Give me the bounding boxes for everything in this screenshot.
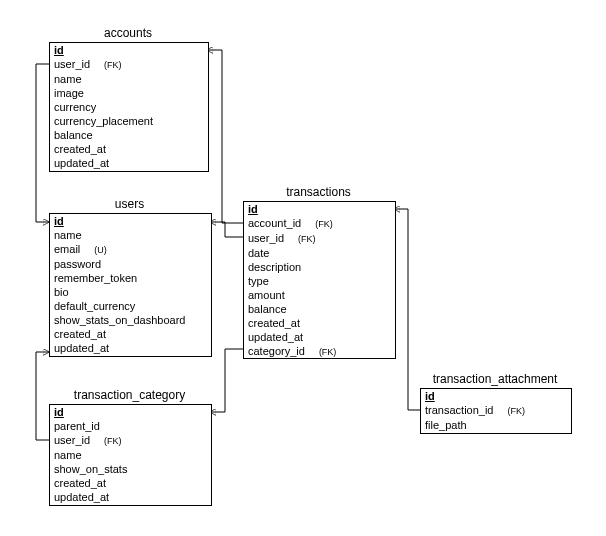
field: bio xyxy=(50,285,211,299)
entity-transactions: id account_id(FK) user_id(FK) date descr… xyxy=(243,201,396,359)
field: name xyxy=(50,448,211,462)
entity-title-transactions: transactions xyxy=(243,185,394,199)
entity-transaction-category: id parent_id user_id(FK) name show_on_st… xyxy=(49,404,212,506)
field: email(U) xyxy=(50,242,211,257)
field: balance xyxy=(244,302,395,316)
field: id xyxy=(421,389,571,403)
entity-title-accounts: accounts xyxy=(49,26,207,40)
erd-canvas: accounts id user_id(FK) name image curre… xyxy=(0,0,606,536)
field: updated_at xyxy=(50,156,208,170)
entity-accounts: id user_id(FK) name image currency curre… xyxy=(49,42,209,172)
field: password xyxy=(50,257,211,271)
field: image xyxy=(50,86,208,100)
field: created_at xyxy=(50,142,208,156)
field: user_id(FK) xyxy=(50,433,211,448)
field: updated_at xyxy=(50,490,211,504)
entity-title-transaction-category: transaction_category xyxy=(49,388,210,402)
field: name xyxy=(50,228,211,242)
field: currency xyxy=(50,100,208,114)
field: description xyxy=(244,260,395,274)
field: parent_id xyxy=(50,419,211,433)
field: updated_at xyxy=(50,341,211,355)
field: user_id(FK) xyxy=(244,231,395,246)
entity-transaction-attachment: id transaction_id(FK) file_path xyxy=(420,388,572,434)
field: category_id(FK) xyxy=(244,344,395,359)
field: type xyxy=(244,274,395,288)
field: date xyxy=(244,246,395,260)
field: id xyxy=(244,202,395,216)
field: show_stats_on_dashboard xyxy=(50,313,211,327)
field: id xyxy=(50,43,208,57)
field: created_at xyxy=(244,316,395,330)
field: default_currency xyxy=(50,299,211,313)
field: name xyxy=(50,72,208,86)
field: user_id(FK) xyxy=(50,57,208,72)
field: id xyxy=(50,405,211,419)
field: currency_placement xyxy=(50,114,208,128)
field: balance xyxy=(50,128,208,142)
field: file_path xyxy=(421,418,571,432)
field: amount xyxy=(244,288,395,302)
entity-users: id name email(U) password remember_token… xyxy=(49,213,212,357)
field: transaction_id(FK) xyxy=(421,403,571,418)
field: show_on_stats xyxy=(50,462,211,476)
entity-title-users: users xyxy=(49,197,210,211)
field: id xyxy=(50,214,211,228)
entity-title-transaction-attachment: transaction_attachment xyxy=(420,372,570,386)
field: remember_token xyxy=(50,271,211,285)
field: created_at xyxy=(50,476,211,490)
field: updated_at xyxy=(244,330,395,344)
field: created_at xyxy=(50,327,211,341)
field: account_id(FK) xyxy=(244,216,395,231)
